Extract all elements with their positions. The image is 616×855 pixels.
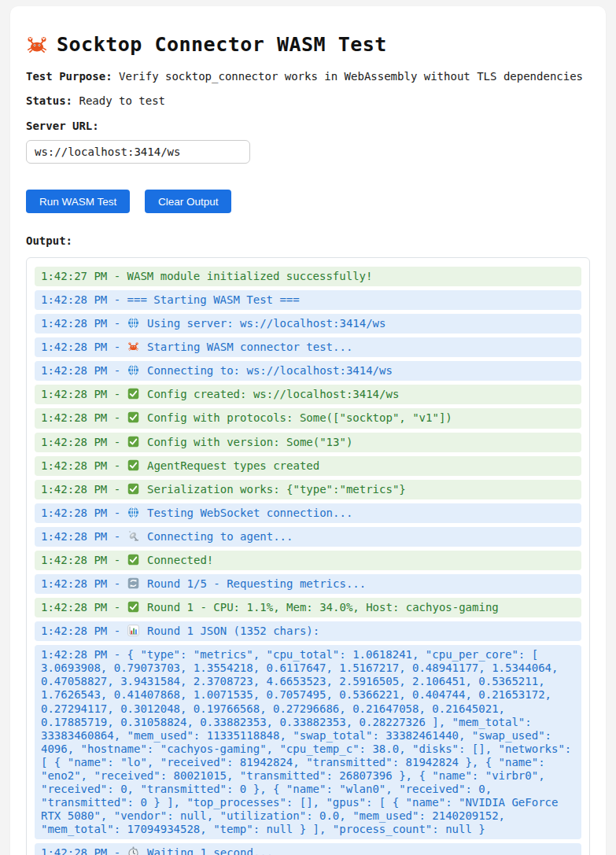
status-line: Status: Ready to test xyxy=(26,94,590,109)
log-entry: 1:42:28 PM - Config with protocols: Some… xyxy=(35,408,581,428)
log-entry: 1:42:28 PM - Testing WebSocket connectio… xyxy=(35,503,581,523)
log-entry: 1:42:28 PM - Round 1/5 - Requesting metr… xyxy=(35,574,581,594)
check-icon xyxy=(127,411,139,423)
log-entry: 1:42:28 PM - Waiting 1 second... xyxy=(35,843,581,855)
log-entry: 1:42:28 PM - Round 1 - CPU: 1.1%, Mem: 3… xyxy=(35,598,581,617)
log-timestamp: 1:42:28 PM - xyxy=(41,554,127,566)
log-message: Waiting 1 second... xyxy=(147,846,273,855)
log-message: Using server: ws://localhost:3414/ws xyxy=(147,317,385,330)
log-timestamp: 1:42:28 PM - xyxy=(41,577,127,590)
log-timestamp: 1:42:28 PM - xyxy=(41,293,127,306)
bar-chart-icon xyxy=(127,625,139,636)
satellite-icon xyxy=(127,530,139,542)
check-icon xyxy=(127,459,139,471)
log-timestamp: 1:42:28 PM - xyxy=(41,507,127,519)
run-wasm-test-button[interactable]: Run WASM Test xyxy=(26,190,130,213)
log-message: Connecting to agent... xyxy=(147,530,293,543)
log-entry: 1:42:27 PM - WASM module initialized suc… xyxy=(35,267,581,286)
refresh-icon xyxy=(127,577,139,589)
log-message: Config with version: Some("13") xyxy=(147,436,352,448)
server-url-input[interactable] xyxy=(26,140,250,164)
log-timestamp: 1:42:28 PM - xyxy=(41,846,127,855)
check-icon xyxy=(127,483,139,495)
log-timestamp: 1:42:28 PM - xyxy=(41,483,127,496)
log-entry: 1:42:28 PM - Serialization works: {"type… xyxy=(35,480,581,499)
log-timestamp: 1:42:28 PM - xyxy=(41,625,127,637)
log-message: Connecting to: ws://localhost:3414/ws xyxy=(147,364,393,377)
log-message: WASM module initialized successfully! xyxy=(127,270,373,282)
test-purpose-line: Test Purpose: Verify socktop_connector w… xyxy=(26,70,590,84)
page-title-text: Socktop Connector WASM Test xyxy=(57,33,387,56)
log-message: Config created: ws://localhost:3414/ws xyxy=(147,388,399,400)
log-message: AgentRequest types created xyxy=(147,459,319,472)
log-message: Round 1 - CPU: 1.1%, Mem: 34.0%, Host: c… xyxy=(147,601,499,614)
output-label: Output: xyxy=(26,234,590,247)
log-message: Starting WASM connector test... xyxy=(147,341,352,353)
check-icon xyxy=(127,436,139,448)
log-entry: 1:42:28 PM - Config created: ws://localh… xyxy=(35,385,581,404)
log-entry: 1:42:28 PM - { "type": "metrics", "cpu_t… xyxy=(35,645,581,839)
log-timestamp: 1:42:27 PM - xyxy=(41,270,127,282)
log-message: { "type": "metrics", "cpu_total": 1.0618… xyxy=(41,648,578,835)
check-icon xyxy=(127,601,139,613)
test-purpose-text: Verify socktop_connector works in WebAss… xyxy=(119,70,583,83)
log-message: Connected! xyxy=(147,554,213,566)
log-timestamp: 1:42:28 PM - xyxy=(41,411,127,424)
page-title: Socktop Connector WASM Test xyxy=(26,33,590,56)
log-timestamp: 1:42:28 PM - xyxy=(41,459,127,472)
crab-icon xyxy=(127,341,139,352)
log-message: Round 1/5 - Requesting metrics... xyxy=(147,577,366,590)
log-entry: 1:42:28 PM - Config with version: Some("… xyxy=(35,433,581,452)
log-container: 1:42:27 PM - WASM module initialized suc… xyxy=(26,257,590,855)
log-entry: 1:42:28 PM - Round 1 JSON (1352 chars): xyxy=(35,621,581,641)
status-text: Ready to test xyxy=(79,94,165,107)
log-timestamp: 1:42:28 PM - xyxy=(41,648,127,661)
log-entry: 1:42:28 PM - Connecting to: ws://localho… xyxy=(35,361,581,381)
status-label: Status: xyxy=(26,94,72,107)
server-url-label: Server URL: xyxy=(26,120,590,132)
log-timestamp: 1:42:28 PM - xyxy=(41,364,127,377)
stopwatch-icon xyxy=(127,846,139,855)
log-timestamp: 1:42:28 PM - xyxy=(41,317,127,330)
log-message: Serialization works: {"type":"metrics"} xyxy=(147,483,406,496)
globe-icon xyxy=(127,507,139,518)
log-message: === Starting WASM Test === xyxy=(127,293,300,306)
test-purpose-label: Test Purpose: xyxy=(26,70,113,83)
log-message: Round 1 JSON (1352 chars): xyxy=(147,625,319,637)
log-timestamp: 1:42:28 PM - xyxy=(41,601,127,614)
log-timestamp: 1:42:28 PM - xyxy=(41,341,127,353)
clear-output-button[interactable]: Clear Output xyxy=(145,190,232,213)
log-entry: 1:42:28 PM - Connecting to agent... xyxy=(35,527,581,547)
log-timestamp: 1:42:28 PM - xyxy=(41,530,127,543)
log-timestamp: 1:42:28 PM - xyxy=(41,388,127,400)
globe-icon xyxy=(127,364,139,376)
main-card: Socktop Connector WASM Test Test Purpose… xyxy=(10,6,606,855)
log-message: Testing WebSocket connection... xyxy=(147,507,352,519)
log-entry: 1:42:28 PM - === Starting WASM Test === xyxy=(35,290,581,310)
check-icon xyxy=(127,388,139,400)
log-message: Config with protocols: Some(["socktop", … xyxy=(147,411,452,424)
globe-icon xyxy=(127,317,139,329)
crab-icon xyxy=(26,34,48,56)
check-icon xyxy=(127,554,139,566)
log-entry: 1:42:28 PM - Connected! xyxy=(35,551,581,570)
log-entry: 1:42:28 PM - Starting WASM connector tes… xyxy=(35,337,581,357)
button-row: Run WASM Test Clear Output xyxy=(26,190,590,213)
log-entry: 1:42:28 PM - Using server: ws://localhos… xyxy=(35,314,581,334)
log-entry: 1:42:28 PM - AgentRequest types created xyxy=(35,456,581,476)
log-timestamp: 1:42:28 PM - xyxy=(41,436,127,448)
